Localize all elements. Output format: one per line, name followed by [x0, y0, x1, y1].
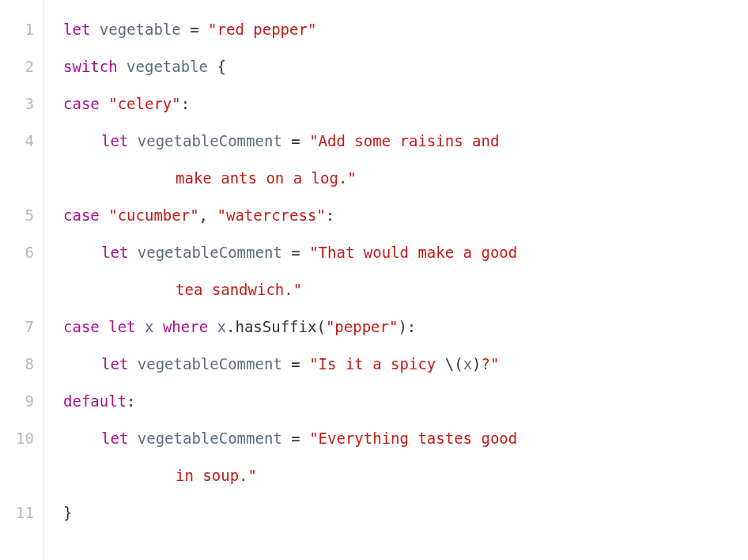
brace-open: {: [208, 58, 226, 75]
string-literal: "watercress": [217, 206, 326, 224]
string-literal: tea sandwich.": [176, 281, 302, 298]
identifier: vegetableComment: [138, 355, 282, 373]
line-number: 2: [0, 48, 34, 85]
keyword-where: where: [163, 318, 208, 335]
string-literal: "Is it a spicy: [309, 355, 445, 373]
keyword-let: let: [101, 355, 128, 373]
line-number: 9: [0, 383, 34, 420]
code-line-10-wrap[interactable]: in soup.": [63, 457, 748, 494]
identifier: vegetableComment: [138, 132, 282, 149]
identifier: vegetableComment: [138, 429, 282, 447]
keyword-let: let: [63, 21, 90, 38]
keyword-let: let: [101, 132, 128, 149]
line-number: 10: [0, 420, 34, 494]
operator-equals: =: [282, 355, 309, 373]
string-literal: "Everything tastes good: [309, 429, 527, 447]
code-line-9[interactable]: default:: [63, 383, 748, 420]
paren-close: ): [398, 318, 406, 335]
colon: :: [407, 318, 416, 335]
variable: x: [217, 318, 226, 335]
code-line-6-wrap[interactable]: tea sandwich.": [63, 271, 748, 308]
keyword-let: let: [101, 429, 128, 447]
code-line-6[interactable]: let vegetableComment = "That would make …: [63, 234, 748, 271]
colon: :: [326, 206, 334, 224]
operator-equals: =: [282, 132, 309, 149]
operator-equals: =: [181, 21, 208, 38]
line-number: 1: [0, 11, 34, 48]
line-number: 11: [0, 494, 34, 532]
code-line-5[interactable]: case "cucumber", "watercress":: [63, 197, 748, 234]
brace-close: }: [63, 504, 72, 521]
variable: x: [463, 355, 472, 373]
line-number: 4: [0, 123, 34, 197]
code-line-11[interactable]: }: [63, 494, 748, 532]
operator-equals: =: [282, 429, 309, 447]
code-editor[interactable]: let vegetable = "red pepper" switch vege…: [44, 0, 748, 560]
line-number: 7: [0, 308, 34, 346]
code-line-4-wrap[interactable]: make ants on a log.": [63, 160, 748, 197]
method-call: hasSuffix: [235, 318, 316, 335]
line-number: 8: [0, 346, 34, 383]
identifier: vegetable: [100, 21, 181, 38]
string-literal: in soup.": [176, 467, 257, 484]
paren-open: (: [316, 318, 325, 335]
line-number: 3: [0, 85, 34, 123]
variable: x: [145, 318, 153, 335]
colon: :: [181, 95, 190, 112]
colon: :: [127, 392, 135, 410]
string-literal: "Add some raisins and: [309, 132, 508, 149]
operator-equals: =: [282, 244, 309, 261]
keyword-case: case: [63, 95, 100, 112]
code-line-3[interactable]: case "celery":: [63, 85, 748, 123]
string-literal: "cucumber": [108, 206, 198, 224]
string-literal: make ants on a log.": [176, 169, 357, 187]
line-number: 6: [0, 234, 34, 308]
string-literal: "pepper": [326, 318, 399, 335]
code-line-1[interactable]: let vegetable = "red pepper": [63, 11, 748, 48]
code-line-10[interactable]: let vegetableComment = "Everything taste…: [63, 420, 748, 457]
line-number: 5: [0, 197, 34, 234]
comma: ,: [199, 206, 217, 224]
identifier: vegetableComment: [138, 244, 282, 261]
code-line-7[interactable]: case let x where x.hasSuffix("pepper"):: [63, 308, 748, 346]
keyword-let: let: [101, 244, 128, 261]
keyword-switch: switch: [63, 58, 118, 75]
keyword-let: let: [108, 318, 135, 335]
identifier: vegetable: [127, 58, 208, 75]
interp-close: ): [472, 355, 481, 373]
code-line-8[interactable]: let vegetableComment = "Is it a spicy \(…: [63, 346, 748, 383]
keyword-case: case: [63, 318, 100, 335]
keyword-default: default: [63, 392, 127, 410]
string-literal: "red pepper": [208, 21, 316, 38]
code-line-2[interactable]: switch vegetable {: [63, 48, 748, 85]
string-literal: ?": [482, 355, 500, 373]
line-number-gutter: 1 2 3 4 5 6 7 8 9 10 11: [0, 0, 44, 560]
dot: .: [226, 318, 235, 335]
code-line-4[interactable]: let vegetableComment = "Add some raisins…: [63, 123, 748, 160]
string-literal: "That would make a good: [309, 244, 527, 261]
keyword-case: case: [63, 206, 100, 224]
string-literal: "celery": [108, 95, 181, 112]
interp-open: \(: [445, 355, 463, 373]
